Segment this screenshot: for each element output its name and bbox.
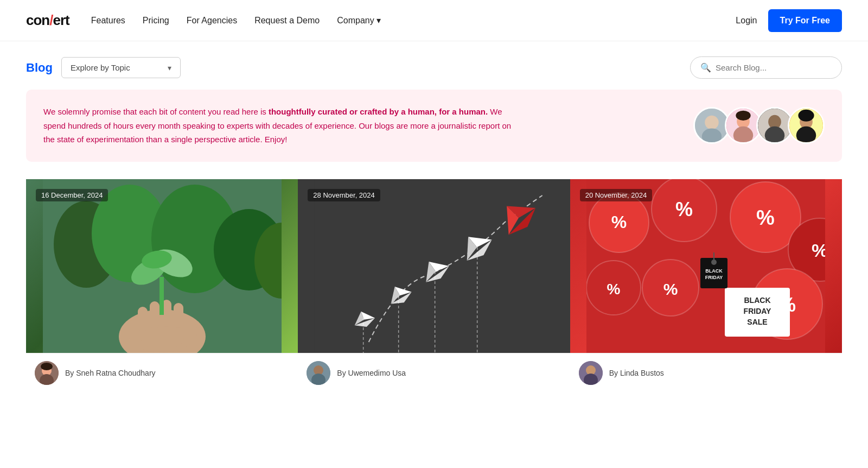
card1-author-name: By Sneh Ratna Choudhary bbox=[65, 369, 156, 377]
chevron-down-icon: ▾ bbox=[168, 64, 171, 72]
logo[interactable]: con/ert bbox=[26, 12, 69, 29]
promise-text: We solemnly promise that each bit of con… bbox=[43, 105, 521, 147]
blog-card-3[interactable]: % % % % % % % bbox=[570, 179, 842, 393]
svg-text:SALE: SALE bbox=[748, 318, 768, 326]
login-button[interactable]: Login bbox=[736, 16, 757, 26]
svg-rect-24 bbox=[150, 301, 159, 328]
card2-author: By Uwemedimo Usa bbox=[298, 353, 570, 393]
card2-author-avatar bbox=[307, 361, 330, 385]
card2-author-name: By Uwemedimo Usa bbox=[337, 369, 406, 377]
card3-background: % % % % % % % bbox=[570, 179, 842, 353]
svg-text:BLACK: BLACK bbox=[744, 296, 771, 305]
nav-links: Features Pricing For Agencies Request a … bbox=[91, 15, 381, 26]
blog-header: Blog Explore by Topic ▾ 🔍 bbox=[0, 41, 868, 90]
author-avatars bbox=[693, 107, 825, 144]
navbar-right: Login Try For Free bbox=[736, 9, 842, 32]
company-chevron-icon: ▾ bbox=[376, 15, 381, 26]
topic-dropdown-label: Explore by Topic bbox=[71, 63, 130, 72]
topic-dropdown[interactable]: Explore by Topic ▾ bbox=[61, 57, 181, 78]
card1-date: 16 December, 2024 bbox=[36, 189, 108, 201]
promise-banner: We solemnly promise that each bit of con… bbox=[26, 90, 842, 162]
blog-grid: 16 December, 2024 By Sneh Ratna Choudhar… bbox=[0, 179, 868, 393]
nav-pricing[interactable]: Pricing bbox=[143, 16, 169, 26]
svg-text:%: % bbox=[812, 240, 825, 261]
svg-text:%: % bbox=[756, 206, 775, 229]
svg-rect-23 bbox=[138, 307, 148, 331]
nav-agencies[interactable]: For Agencies bbox=[187, 16, 237, 26]
card1-image: 16 December, 2024 bbox=[26, 179, 298, 353]
svg-point-1 bbox=[705, 116, 719, 130]
blog-card-1[interactable]: 16 December, 2024 By Sneh Ratna Choudhar… bbox=[26, 179, 298, 393]
svg-rect-26 bbox=[174, 303, 183, 328]
card3-author-name: By Linda Bustos bbox=[609, 369, 664, 377]
avatar-4 bbox=[788, 107, 825, 144]
svg-text:%: % bbox=[611, 212, 627, 232]
svg-point-13 bbox=[798, 110, 814, 122]
blog-title: Blog bbox=[26, 61, 53, 75]
svg-text:BLACK: BLACK bbox=[706, 268, 723, 274]
navbar-left: con/ert Features Pricing For Agencies Re… bbox=[26, 12, 381, 29]
search-box: 🔍 bbox=[690, 56, 842, 79]
nav-demo[interactable]: Request a Demo bbox=[254, 16, 320, 26]
svg-point-6 bbox=[736, 111, 750, 121]
svg-text:FRIDAY: FRIDAY bbox=[744, 307, 771, 315]
blog-header-left: Blog Explore by Topic ▾ bbox=[26, 57, 181, 78]
nav-features[interactable]: Features bbox=[91, 16, 125, 26]
card1-background bbox=[26, 179, 298, 353]
svg-point-12 bbox=[796, 127, 816, 144]
blog-card-2[interactable]: 28 November, 2024 By Uwemedimo Usa bbox=[298, 179, 570, 393]
svg-text:FRIDAY: FRIDAY bbox=[705, 275, 723, 280]
svg-point-34 bbox=[41, 363, 53, 370]
try-for-free-button[interactable]: Try For Free bbox=[768, 9, 842, 32]
svg-point-5 bbox=[733, 127, 753, 144]
plant-illustration bbox=[43, 179, 282, 353]
svg-text:%: % bbox=[675, 198, 693, 220]
search-input[interactable] bbox=[716, 63, 824, 72]
svg-point-78 bbox=[711, 260, 717, 265]
svg-rect-27 bbox=[159, 277, 164, 315]
svg-point-9 bbox=[765, 127, 784, 144]
card3-author-avatar bbox=[579, 361, 603, 385]
planes-illustration bbox=[298, 179, 570, 353]
card1-author: By Sneh Ratna Choudhary bbox=[26, 353, 298, 393]
card3-author: By Linda Bustos bbox=[570, 353, 842, 393]
navbar: con/ert Features Pricing For Agencies Re… bbox=[0, 0, 868, 41]
svg-text:%: % bbox=[607, 281, 621, 298]
card2-background bbox=[298, 179, 570, 353]
blackfriday-illustration: % % % % % % % bbox=[586, 179, 825, 353]
svg-text:%: % bbox=[663, 280, 678, 298]
nav-company[interactable]: Company ▾ bbox=[337, 15, 380, 26]
card1-author-avatar bbox=[35, 361, 59, 385]
card3-date: 20 November, 2024 bbox=[580, 189, 652, 201]
search-icon: 🔍 bbox=[700, 62, 711, 73]
svg-point-2 bbox=[702, 129, 722, 144]
card2-image: 28 November, 2024 bbox=[298, 179, 570, 353]
card2-date: 28 November, 2024 bbox=[308, 189, 380, 201]
card3-image: % % % % % % % bbox=[570, 179, 842, 353]
